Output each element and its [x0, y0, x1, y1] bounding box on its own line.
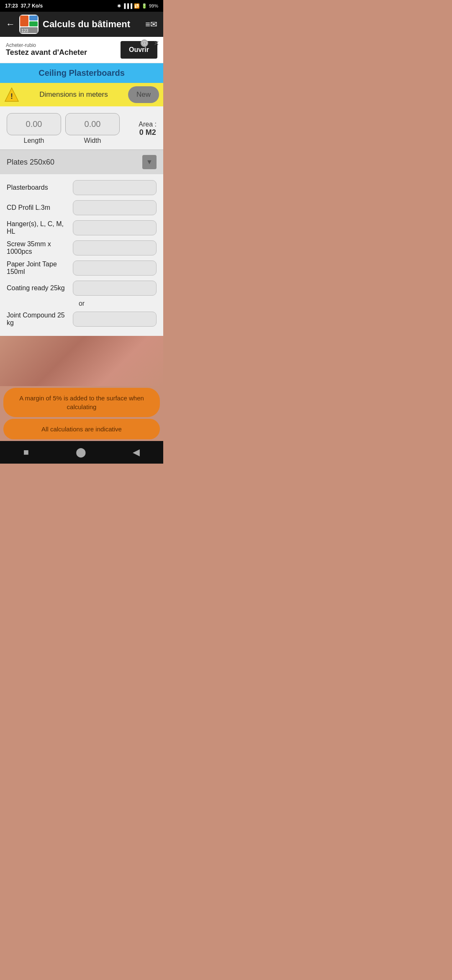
result-label: CD Profil L.3m	[7, 204, 73, 211]
result-value-input[interactable]	[73, 200, 157, 215]
dimensions-bar: ! Dimensions in meters New	[0, 83, 163, 106]
result-value-input[interactable]	[73, 260, 157, 276]
app-title: Calculs du bâtiment	[43, 19, 130, 30]
result-label: Hanger(s), L, C, M, HL	[7, 220, 73, 235]
footer-note-0: A margin of 5% is added to the surface w…	[3, 388, 160, 417]
svg-text:123: 123	[21, 28, 28, 33]
result-row: Plasterboards	[7, 178, 157, 198]
home-button[interactable]: ⬤	[76, 447, 86, 458]
wifi-icon: 🔁	[134, 3, 140, 9]
length-input[interactable]	[7, 113, 61, 135]
back-button[interactable]: ←	[6, 19, 15, 30]
status-bar: 17:23 37,7 Ko/s ✱ ▐▐▐ 🔁 🔋 99%	[0, 0, 163, 12]
result-value-input[interactable]	[73, 220, 157, 235]
svg-rect-3	[29, 21, 38, 26]
dimensions-text: Dimensions in meters	[23, 90, 125, 99]
result-value-input[interactable]	[73, 180, 157, 195]
bottom-nav: ■ ⬤ ◀	[0, 441, 163, 464]
joint-compound-label: Joint Compound 25 kg	[7, 312, 73, 327]
result-row: Hanger(s), L, C, M, HL	[7, 218, 157, 238]
svg-rect-2	[29, 15, 38, 21]
app-icon: 123	[19, 15, 39, 34]
back-nav-button[interactable]: ◀	[133, 447, 140, 458]
or-text: or	[7, 298, 157, 309]
area-label: Area :	[139, 121, 157, 128]
area-display: Area : 0 M2	[139, 121, 157, 137]
result-row: CD Profil L.3m	[7, 198, 157, 218]
battery-icon: 🔋	[141, 3, 147, 9]
result-row: Screw 35mm x 1000pcs	[7, 238, 157, 258]
result-value-input[interactable]	[73, 240, 157, 255]
app-header: ← 123 Calculs du bâtiment ≡✉	[0, 12, 163, 37]
svg-rect-1	[20, 15, 28, 26]
result-label: Paper Joint Tape 150ml	[7, 260, 73, 276]
input-section: Length Width Area : 0 M2	[0, 106, 163, 150]
plates-dropdown-row[interactable]: Plates 250x60 ▼	[0, 150, 163, 174]
menu-mail-button[interactable]: ≡✉	[145, 19, 157, 29]
stop-button[interactable]: ■	[23, 447, 29, 458]
length-label: Length	[7, 137, 61, 144]
footer-notes: A margin of 5% is added to the surface w…	[0, 388, 163, 439]
ad-info-icon[interactable]: ⓘ	[141, 39, 148, 47]
area-value: 0 M2	[139, 128, 157, 137]
status-time-network: 17:23 37,7 Ko/s	[5, 3, 43, 9]
result-row: Coating ready 25kg	[7, 278, 157, 298]
results-section: PlasterboardsCD Profil L.3mHanger(s), L,…	[0, 174, 163, 336]
background-texture	[0, 336, 163, 386]
ad-source: Acheter-rubio	[6, 42, 121, 48]
result-row: Paper Joint Tape 150ml	[7, 258, 157, 278]
width-label: Width	[65, 137, 120, 144]
result-label: Screw 35mm x 1000pcs	[7, 240, 73, 255]
joint-compound-input[interactable]	[73, 312, 157, 327]
result-label: Plasterboards	[7, 184, 73, 191]
signal-icon: ▐▐▐	[123, 3, 132, 8]
new-button[interactable]: New	[128, 86, 159, 103]
svg-text:!: !	[10, 92, 13, 101]
ad-open-button[interactable]: Ouvrir	[121, 41, 157, 59]
result-value-input[interactable]	[73, 281, 157, 296]
status-icons: ✱ ▐▐▐ 🔁 🔋 99%	[117, 3, 158, 9]
result-label: Coating ready 25kg	[7, 284, 73, 292]
dropdown-arrow-icon[interactable]: ▼	[142, 155, 157, 169]
ad-headline: Testez avant d'Acheter	[6, 48, 121, 57]
bluetooth-icon: ✱	[117, 3, 121, 9]
joint-compound-row: Joint Compound 25 kg	[7, 309, 157, 329]
warning-icon: !	[4, 87, 19, 102]
footer-note-1: All calculations are indicative	[3, 419, 160, 439]
section-title: Ceiling Plasterboards	[0, 63, 163, 83]
ad-close-button[interactable]: ✕	[154, 39, 159, 47]
ad-banner: Acheter-rubio Testez avant d'Acheter Ouv…	[0, 37, 163, 63]
plates-dropdown-label: Plates 250x60	[7, 158, 142, 167]
width-input[interactable]	[65, 113, 120, 135]
